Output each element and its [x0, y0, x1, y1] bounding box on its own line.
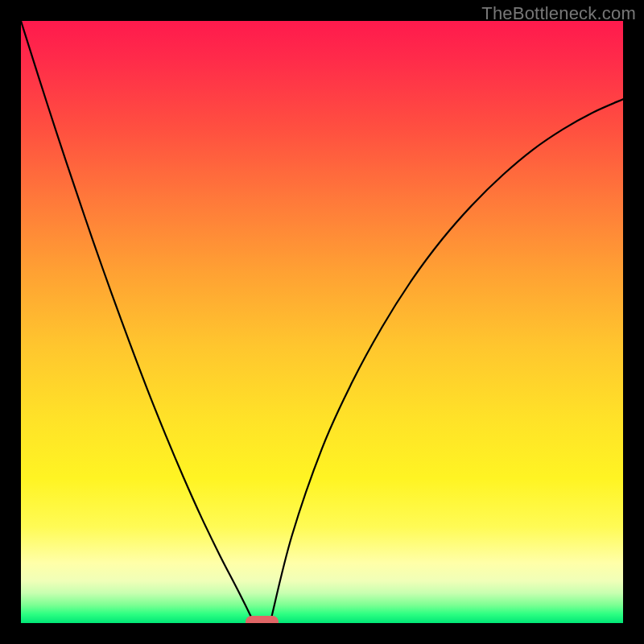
optimal-marker: [246, 616, 279, 624]
bottleneck-curve: [21, 21, 623, 623]
chart-frame: TheBottleneck.com: [0, 0, 644, 644]
watermark-label: TheBottleneck.com: [481, 3, 636, 24]
plot-area: [21, 21, 623, 623]
